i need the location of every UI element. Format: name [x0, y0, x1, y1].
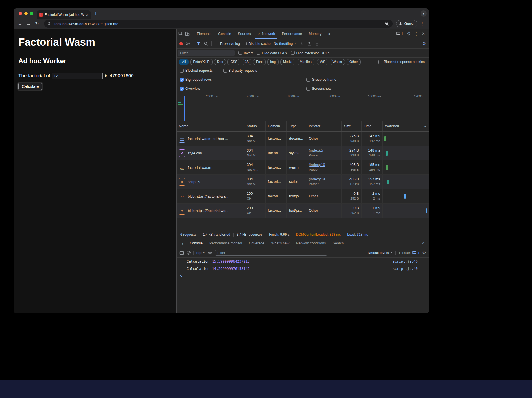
- column-header-type[interactable]: Type: [287, 121, 306, 131]
- table-row[interactable]: style.css 304Not M... factori... styles.…: [177, 146, 429, 160]
- tab-network[interactable]: ⚠ Network: [255, 29, 277, 39]
- tab-memory[interactable]: Memory: [306, 29, 324, 39]
- tab-sources[interactable]: Sources: [236, 29, 253, 39]
- chip-css[interactable]: CSS: [227, 59, 240, 65]
- tab-performance[interactable]: Performance: [279, 29, 304, 39]
- log-levels-dropdown[interactable]: Default levels ▼: [368, 251, 393, 255]
- chip-ws[interactable]: WS: [317, 59, 328, 65]
- close-drawer-icon[interactable]: ✕: [421, 241, 427, 246]
- export-har-icon[interactable]: [315, 41, 319, 46]
- new-tab-button[interactable]: +: [94, 11, 97, 17]
- blocked-requests-checkbox[interactable]: Blocked requests: [180, 69, 213, 73]
- eye-icon[interactable]: [208, 251, 212, 255]
- column-header-status[interactable]: Status: [244, 121, 266, 131]
- third-party-requests-checkbox[interactable]: 3rd-party requests: [223, 69, 257, 73]
- column-header-waterfall[interactable]: Waterfall ▲: [383, 121, 429, 131]
- initiator-link[interactable]: (index):5: [309, 148, 339, 152]
- chip-font[interactable]: Font: [253, 59, 266, 65]
- factorial-input[interactable]: [52, 73, 103, 79]
- chip-js[interactable]: JS: [242, 59, 251, 65]
- browser-menu-icon[interactable]: ⋮: [419, 21, 426, 26]
- drawer-menu-icon[interactable]: ⋮: [179, 241, 186, 246]
- chip-wasm[interactable]: Wasm: [330, 59, 345, 65]
- more-tabs-icon[interactable]: »: [326, 29, 332, 39]
- address-bar[interactable]: factorial-wasm-ad-hoc-worker.glitch.me: [44, 20, 393, 28]
- minimize-window-button[interactable]: [24, 12, 28, 15]
- console-message[interactable]: Calculation 14.399999976158142 script.js…: [177, 265, 429, 272]
- close-devtools-icon[interactable]: ✕: [422, 32, 425, 36]
- column-header-initiator[interactable]: Initiator: [306, 121, 342, 131]
- profile-button[interactable]: Guest: [396, 20, 417, 27]
- column-header-time[interactable]: Time: [362, 121, 383, 131]
- zoom-window-button[interactable]: [30, 12, 33, 15]
- tab-close-icon[interactable]: ✕: [86, 13, 89, 17]
- console-settings-gear-icon[interactable]: ⚙: [422, 250, 426, 255]
- device-toolbar-icon[interactable]: [185, 32, 190, 36]
- browser-tab[interactable]: ! Factorial Wasm (ad hoc Worl ✕: [37, 10, 91, 19]
- filter-funnel-icon[interactable]: [196, 41, 201, 46]
- console-sidebar-icon[interactable]: [179, 251, 184, 255]
- message-source-link[interactable]: script.js:40: [393, 259, 418, 263]
- import-har-icon[interactable]: [307, 41, 312, 46]
- drawer-tab-whats-new[interactable]: What's new: [268, 239, 293, 248]
- settings-gear-icon[interactable]: ⚙: [407, 31, 411, 36]
- network-overview-timeline[interactable]: 2000 ms 4000 ms 6000 ms 8000 ms 10000 ms…: [177, 93, 429, 121]
- table-row[interactable]: <> blob:https://factorial-wa... 200OK fa…: [177, 189, 429, 204]
- record-network-log-button[interactable]: [179, 42, 183, 45]
- blocked-response-cookies-checkbox[interactable]: Blocked response cookies: [378, 60, 426, 64]
- execution-context-dropdown[interactable]: top ▼: [196, 251, 205, 255]
- chip-manifest[interactable]: Manifest: [297, 59, 315, 65]
- initiator-link[interactable]: (index):10: [309, 163, 339, 167]
- chip-other[interactable]: Other: [347, 59, 361, 65]
- clear-console-icon[interactable]: [187, 251, 191, 255]
- drawer-tab-coverage[interactable]: Coverage: [246, 239, 268, 248]
- drawer-tab-console[interactable]: Console: [186, 239, 206, 248]
- drawer-tab-search[interactable]: Search: [329, 239, 347, 248]
- network-conditions-icon[interactable]: [299, 41, 304, 46]
- network-filter-input[interactable]: [178, 50, 235, 56]
- site-settings-icon[interactable]: [47, 21, 52, 26]
- chip-fetch-xhr[interactable]: Fetch/XHR: [190, 59, 213, 65]
- table-row[interactable]: <> blob:https://factorial-wa... 200OK fa…: [177, 204, 429, 218]
- tab-elements[interactable]: Elements: [194, 29, 214, 39]
- reload-button[interactable]: ↻: [33, 20, 41, 27]
- drawer-tab-network-conditions[interactable]: Network conditions: [293, 239, 329, 248]
- screenshots-checkbox[interactable]: Screenshots: [306, 87, 331, 91]
- forward-button[interactable]: →: [25, 20, 32, 27]
- drawer-tab-performance-monitor[interactable]: Performance monitor: [206, 239, 246, 248]
- hide-data-urls-checkbox[interactable]: Hide data URLs: [257, 51, 287, 55]
- issues-counter[interactable]: 1 Issue: 1: [399, 251, 420, 255]
- devtools-menu-icon[interactable]: ⋮: [414, 32, 418, 36]
- initiator-link[interactable]: (index):14: [309, 177, 339, 181]
- chip-doc[interactable]: Doc: [214, 59, 226, 65]
- console-filter-input[interactable]: [215, 250, 327, 256]
- console-prompt[interactable]: >: [177, 272, 429, 280]
- message-source-link[interactable]: script.js:40: [393, 267, 418, 271]
- table-row[interactable]: WA factorial.wasm 304Not M... factori...…: [177, 160, 429, 175]
- invert-checkbox[interactable]: Invert: [238, 51, 253, 55]
- inspect-element-icon[interactable]: [178, 32, 183, 36]
- hide-extension-urls-checkbox[interactable]: Hide extension URLs: [291, 51, 329, 55]
- network-settings-gear-icon[interactable]: ⚙: [422, 41, 426, 46]
- tab-search-chevron-icon[interactable]: ▼: [421, 10, 427, 17]
- issues-button[interactable]: 1: [396, 32, 403, 36]
- clear-network-log-icon[interactable]: [186, 42, 190, 45]
- overview-checkbox[interactable]: Overview: [180, 87, 200, 91]
- big-request-rows-checkbox[interactable]: Big request rows: [180, 78, 212, 82]
- zoom-magnifier-icon[interactable]: [385, 21, 389, 26]
- chip-all[interactable]: All: [179, 59, 189, 65]
- tab-console[interactable]: Console: [216, 29, 233, 39]
- throttling-dropdown[interactable]: No throttling ▼: [274, 42, 296, 46]
- preserve-log-checkbox[interactable]: Preserve log: [215, 42, 240, 46]
- column-header-domain[interactable]: Domain: [266, 121, 287, 131]
- column-header-size[interactable]: Size: [342, 121, 362, 131]
- chip-media[interactable]: Media: [280, 59, 295, 65]
- column-header-name[interactable]: Name: [177, 121, 244, 131]
- chip-img[interactable]: Img: [267, 59, 279, 65]
- back-button[interactable]: ←: [16, 20, 24, 27]
- search-icon[interactable]: [204, 41, 208, 46]
- table-row[interactable]: factorial-wasm-ad-hoc-... 304Not M... fa…: [177, 132, 429, 146]
- disable-cache-checkbox[interactable]: Disable cache: [243, 42, 271, 46]
- close-window-button[interactable]: [19, 12, 22, 15]
- group-by-frame-checkbox[interactable]: Group by frame: [306, 78, 336, 82]
